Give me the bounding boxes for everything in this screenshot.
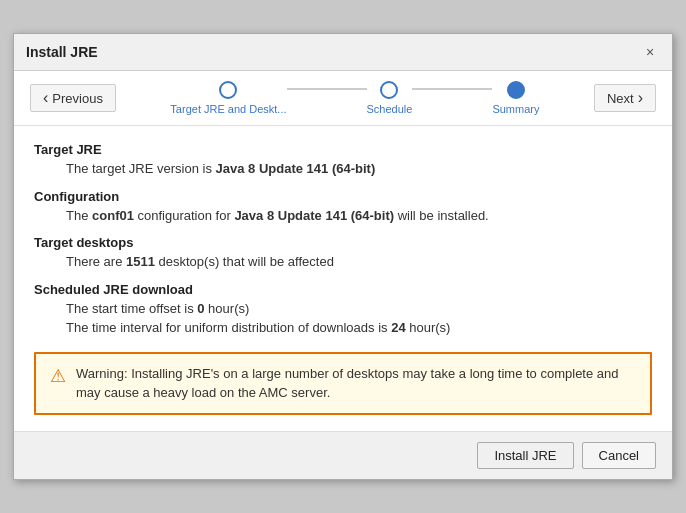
section-body-target-jre: The target JRE version is Java 8 Update … (34, 159, 652, 179)
scheduled-line-1: The start time offset is 0 hour(s) (66, 299, 652, 319)
step-2-circle (380, 81, 398, 99)
section-body-configuration: The conf01 configuration for Java 8 Upda… (34, 206, 652, 226)
section-title-target-jre: Target JRE (34, 142, 652, 157)
footer: Install JRE Cancel (14, 431, 672, 479)
step-line-1 (287, 88, 367, 90)
step-2: Schedule (367, 81, 413, 115)
warning-icon: ⚠ (50, 365, 66, 387)
previous-button[interactable]: Previous (30, 84, 116, 112)
jre-version: Java 8 Update 141 (64-bit) (216, 161, 376, 176)
nav-bar: Previous Target JRE and Deskt... Schedul… (14, 71, 672, 126)
conf-name: conf01 (92, 208, 134, 223)
chevron-right-icon (638, 90, 643, 106)
warning-text: Warning: Installing JRE's on a large num… (76, 364, 636, 403)
cancel-button[interactable]: Cancel (582, 442, 656, 469)
steps-area: Target JRE and Deskt... Schedule Summary (116, 81, 594, 115)
chevron-left-icon (43, 90, 48, 106)
warning-box: ⚠ Warning: Installing JRE's on a large n… (34, 352, 652, 415)
conf-version: Java 8 Update 141 (64-bit) (234, 208, 394, 223)
section-title-scheduled: Scheduled JRE download (34, 282, 652, 297)
step-line-2 (412, 88, 492, 90)
section-title-target-desktops: Target desktops (34, 235, 652, 250)
close-button[interactable]: × (640, 42, 660, 62)
section-body-target-desktops: There are 1511 desktop(s) that will be a… (34, 252, 652, 272)
scheduled-line-2: The time interval for uniform distributi… (66, 318, 652, 338)
install-jre-button[interactable]: Install JRE (477, 442, 573, 469)
step-3-circle (507, 81, 525, 99)
step-1-circle (219, 81, 237, 99)
step-3-label: Summary (492, 103, 539, 115)
step-3: Summary (492, 81, 539, 115)
desktop-count: 1511 (126, 254, 155, 269)
section-title-configuration: Configuration (34, 189, 652, 204)
step-1-label: Target JRE and Deskt... (170, 103, 286, 115)
install-jre-dialog: Install JRE × Previous Target JRE and De… (13, 33, 673, 480)
title-bar: Install JRE × (14, 34, 672, 71)
step-1: Target JRE and Deskt... (170, 81, 286, 115)
section-body-scheduled: The start time offset is 0 hour(s) The t… (34, 299, 652, 338)
content-area: Target JRE The target JRE version is Jav… (14, 126, 672, 431)
step-2-label: Schedule (367, 103, 413, 115)
dialog-title: Install JRE (26, 44, 98, 60)
next-button[interactable]: Next (594, 84, 656, 112)
